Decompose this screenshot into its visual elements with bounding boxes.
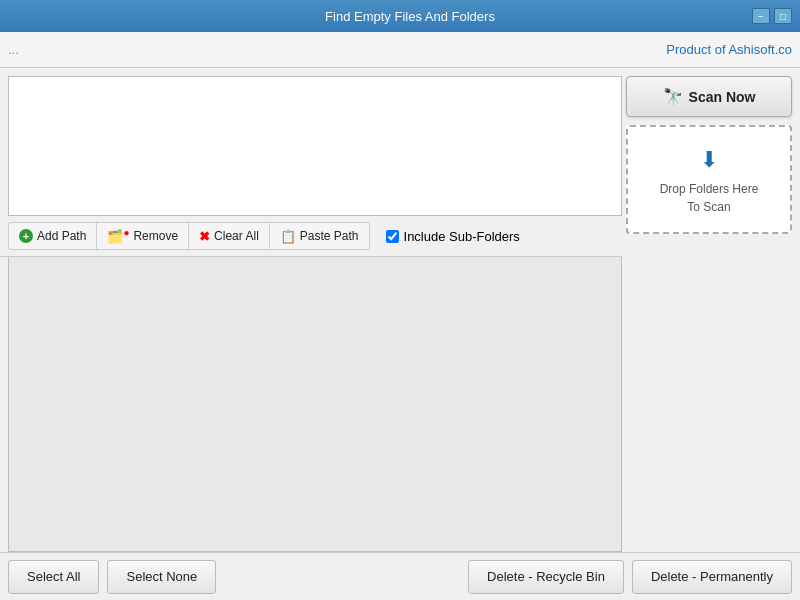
title-bar: Find Empty Files And Folders − □ bbox=[0, 0, 800, 32]
clear-all-label: Clear All bbox=[214, 229, 259, 243]
main-content: + Add Path 🗂️● Remove ✖ Clear All 📋 Past… bbox=[0, 68, 800, 552]
remove-label: Remove bbox=[133, 229, 178, 243]
left-panel: + Add Path 🗂️● Remove ✖ Clear All 📋 Past… bbox=[0, 68, 622, 552]
address-text: ... bbox=[8, 42, 19, 57]
include-subfolders-label[interactable]: Include Sub-Folders bbox=[404, 229, 520, 244]
remove-icon: 🗂️● bbox=[107, 227, 129, 244]
add-icon: + bbox=[19, 229, 33, 243]
scan-now-label: Scan Now bbox=[689, 89, 756, 105]
clear-icon: ✖ bbox=[199, 229, 210, 244]
maximize-button[interactable]: □ bbox=[774, 8, 792, 24]
window-title: Find Empty Files And Folders bbox=[68, 9, 752, 24]
include-subfolders-area: Include Sub-Folders bbox=[386, 229, 520, 244]
window-controls: − □ bbox=[752, 8, 792, 24]
drop-zone-line1: Drop Folders Here bbox=[660, 182, 759, 196]
drop-arrow-icon: ⬇ bbox=[636, 143, 782, 176]
paste-path-button[interactable]: 📋 Paste Path bbox=[269, 222, 370, 250]
right-panel: 🔭 Scan Now ⬇ Drop Folders Here To Scan bbox=[622, 68, 800, 552]
add-path-button[interactable]: + Add Path bbox=[8, 222, 96, 250]
results-area[interactable] bbox=[8, 257, 622, 552]
toolbar: + Add Path 🗂️● Remove ✖ Clear All 📋 Past… bbox=[0, 216, 622, 257]
bottom-bar: Select All Select None Delete - Recycle … bbox=[0, 552, 800, 600]
scan-now-button[interactable]: 🔭 Scan Now bbox=[626, 76, 792, 117]
remove-button[interactable]: 🗂️● Remove bbox=[96, 222, 188, 250]
paste-path-label: Paste Path bbox=[300, 229, 359, 243]
paste-icon: 📋 bbox=[280, 229, 296, 244]
drop-zone-line2: To Scan bbox=[687, 200, 730, 214]
delete-permanent-button[interactable]: Delete - Permanently bbox=[632, 560, 792, 594]
include-subfolders-checkbox[interactable] bbox=[386, 230, 399, 243]
delete-recycle-button[interactable]: Delete - Recycle Bin bbox=[468, 560, 624, 594]
path-list-area[interactable] bbox=[8, 76, 622, 216]
select-none-button[interactable]: Select None bbox=[107, 560, 216, 594]
binoculars-icon: 🔭 bbox=[663, 87, 683, 106]
drop-zone[interactable]: ⬇ Drop Folders Here To Scan bbox=[626, 125, 792, 234]
product-link[interactable]: Product of Ashisoft.co bbox=[666, 42, 792, 57]
address-bar: ... Product of Ashisoft.co bbox=[0, 32, 800, 68]
add-path-label: Add Path bbox=[37, 229, 86, 243]
clear-all-button[interactable]: ✖ Clear All bbox=[188, 222, 269, 250]
select-all-button[interactable]: Select All bbox=[8, 560, 99, 594]
minimize-button[interactable]: − bbox=[752, 8, 770, 24]
